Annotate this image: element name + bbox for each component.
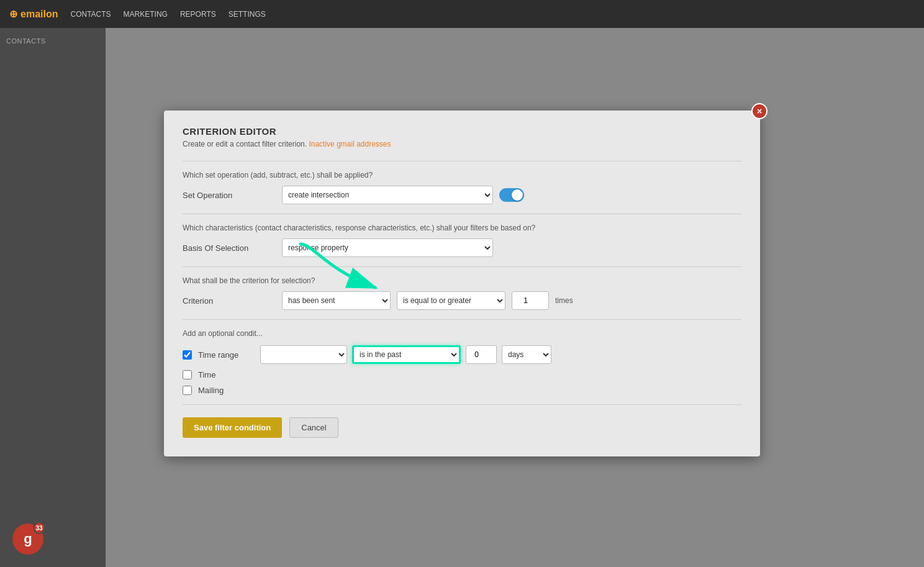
criterion-label: Criterion <box>183 296 276 306</box>
button-row: Save filter condition Cancel <box>183 417 741 438</box>
set-operation-label: Set Operation <box>183 191 276 200</box>
modal-subtitle-text: Create or edit a contact filter criterio… <box>183 140 307 148</box>
time-range-number-input[interactable] <box>466 345 497 364</box>
mailing-label: Mailing <box>198 386 254 395</box>
criterion-editor-modal: × CRITERION EDITOR Create or edit a cont… <box>164 111 760 456</box>
modal-title: CRITERION EDITOR <box>183 126 741 137</box>
modal-subtitle: Create or edit a contact filter criterio… <box>183 140 741 148</box>
time-range-select-1[interactable] <box>260 345 347 364</box>
mailing-checkbox[interactable] <box>183 386 192 395</box>
divider-2 <box>183 214 741 214</box>
divider-3 <box>183 266 741 267</box>
time-range-label: Time range <box>198 350 254 360</box>
days-select[interactable]: days weeks months <box>502 345 551 364</box>
save-filter-button[interactable]: Save filter condition <box>183 417 282 438</box>
set-operation-question: Which set operation (add, subtract, etc.… <box>183 171 741 179</box>
cancel-button[interactable]: Cancel <box>289 417 338 438</box>
set-operation-select[interactable]: create intersection add subtract <box>282 186 493 204</box>
times-label: times <box>555 296 573 305</box>
criterion-question: What shall be the criterion for selectio… <box>183 276 741 285</box>
time-row: Time <box>183 370 741 379</box>
basis-selection-row: Basis Of Selection response property con… <box>183 238 741 257</box>
mailing-row: Mailing <box>183 386 741 395</box>
set-operation-row: Set Operation create intersection add su… <box>183 186 741 204</box>
toggle-switch[interactable] <box>499 188 524 202</box>
time-range-checkbox[interactable] <box>183 350 192 360</box>
criterion-row: Criterion has been sent has been opened … <box>183 291 741 310</box>
basis-question: Which characteristics (contact character… <box>183 224 741 232</box>
criterion-select-1[interactable]: has been sent has been opened has been c… <box>282 291 391 310</box>
filter-link[interactable]: Inactive gmail addresses <box>309 140 391 148</box>
modal-close-button[interactable]: × <box>751 103 768 119</box>
criterion-select-2[interactable]: is equal to or greater is equal to is le… <box>397 291 505 310</box>
basis-label: Basis Of Selection <box>183 243 276 253</box>
divider-4 <box>183 319 741 320</box>
criterion-number-input[interactable] <box>512 291 549 310</box>
time-label: Time <box>198 370 254 379</box>
time-range-row: Time range is in the past is in the futu… <box>183 345 741 364</box>
toggle-knob <box>512 189 523 201</box>
optional-section-title: Add an optional condit... <box>183 329 741 338</box>
basis-select[interactable]: response property contact property syste… <box>282 238 493 257</box>
divider-1 <box>183 161 741 161</box>
time-range-condition-select[interactable]: is in the past is in the future is exact… <box>352 345 461 364</box>
divider-5 <box>183 404 741 405</box>
time-range-controls: is in the past is in the future is exact… <box>260 345 551 364</box>
modal-backdrop: × CRITERION EDITOR Create or edit a cont… <box>0 0 924 567</box>
time-checkbox[interactable] <box>183 370 192 379</box>
